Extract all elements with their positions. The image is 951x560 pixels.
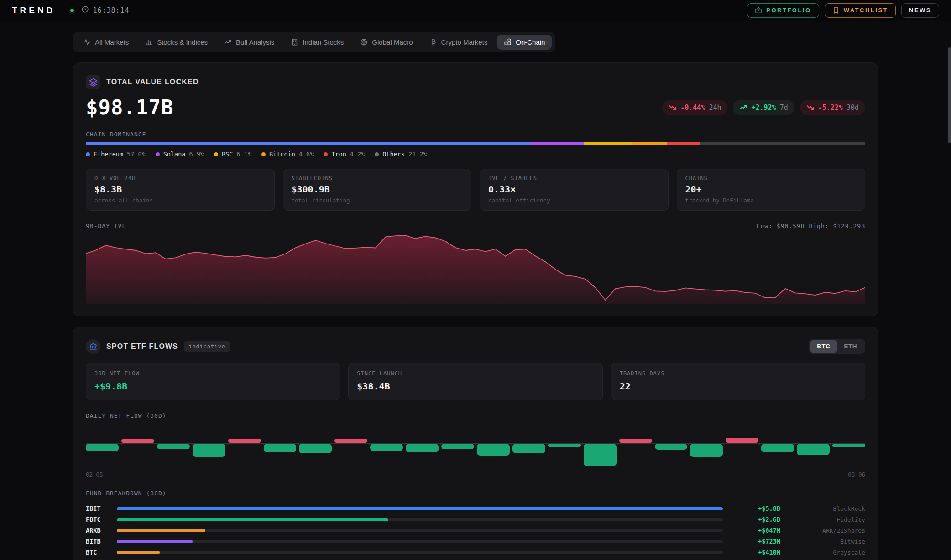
tab-crypto-markets[interactable]: Crypto Markets xyxy=(423,35,495,50)
fund-breakdown-list: IBIT+$5.8BBlackRockFBTC+$2.6BFidelityARK… xyxy=(86,503,865,560)
legend-dot xyxy=(156,152,160,156)
tab-all-markets[interactable]: All Markets xyxy=(76,35,136,50)
inflow-bar xyxy=(193,444,225,457)
tvl-value: $98.17B xyxy=(86,96,173,119)
button-label: WATCHLIST xyxy=(844,7,888,14)
fund-value: +$410M xyxy=(730,549,780,556)
legend-dot xyxy=(375,152,379,156)
fund-bar-track xyxy=(117,540,723,543)
inflow-bar xyxy=(761,444,794,452)
stat-sublabel: across all chains xyxy=(94,197,266,204)
fund-bar-track xyxy=(117,507,723,510)
current-time: 16:38:14 xyxy=(93,6,129,15)
portfolio-button[interactable]: PORTFOLIO xyxy=(747,3,819,18)
divider xyxy=(63,6,63,15)
flow-start-date: 02-05 xyxy=(86,471,103,478)
inflow-bar xyxy=(441,444,474,449)
legend-name: Solana xyxy=(163,150,186,158)
tab-on-chain[interactable]: On-Chain xyxy=(497,35,552,50)
flow-bar-1 xyxy=(86,425,119,467)
bookmark-icon xyxy=(832,7,840,14)
fund-bar-track xyxy=(117,551,723,554)
legend-item-bitcoin: Bitcoin4.6% xyxy=(261,150,314,158)
legend-pct: 57.0% xyxy=(127,150,146,158)
toggle-btc[interactable]: BTC xyxy=(810,340,837,353)
inflow-bar xyxy=(86,444,119,451)
fund-value: +$5.8B xyxy=(730,505,780,512)
stat-card-30d-net-flow: 30D NET FLOW+$9.8B xyxy=(86,363,340,400)
fund-value: +$723M xyxy=(730,538,780,545)
toggle-eth[interactable]: ETH xyxy=(837,340,864,353)
fund-bar-fill xyxy=(117,518,388,521)
legend-item-solana: Solana6.9% xyxy=(156,150,204,158)
tab-label: Indian Stocks xyxy=(303,38,344,46)
fund-row-hodl: HODL+$341MVanEck xyxy=(86,558,865,560)
fund-ticker: FBTC xyxy=(86,516,110,523)
inflow-bar xyxy=(512,444,545,453)
clock-icon xyxy=(81,5,89,15)
stat-value: 0.33× xyxy=(488,184,660,195)
inflow-bar xyxy=(655,444,688,450)
live-status-dot xyxy=(70,9,74,12)
inflow-bar xyxy=(477,444,510,456)
flow-bar-12 xyxy=(477,425,510,467)
legend-item-bsc: BSC6.1% xyxy=(214,150,251,158)
tab-label: Crypto Markets xyxy=(441,38,488,46)
news-button[interactable]: NEWS xyxy=(901,3,939,18)
tvl-title: TOTAL VALUE LOCKED xyxy=(106,78,199,86)
fund-issuer: BlackRock xyxy=(788,505,865,512)
trend-down-icon xyxy=(806,104,815,110)
tab-label: Stocks & Indices xyxy=(157,38,208,46)
change-badge-30d: -5.22%30d xyxy=(800,100,865,115)
asset-toggle: BTCETH xyxy=(809,339,865,354)
inflow-bar xyxy=(690,444,723,457)
flow-bar-13 xyxy=(512,425,545,467)
fund-row-fbtc: FBTC+$2.6BFidelity xyxy=(86,514,865,525)
legend-pct: 6.1% xyxy=(236,150,251,158)
tvl-chart-label: 90-DAY TVL xyxy=(86,223,126,229)
tab-bull-analysis[interactable]: Bull Analysis xyxy=(217,35,281,50)
watchlist-button[interactable]: WATCHLIST xyxy=(825,3,896,18)
chain-dominance-bar xyxy=(86,142,865,145)
stat-label: 30D NET FLOW xyxy=(94,370,331,377)
button-label: NEWS xyxy=(909,7,931,14)
tab-stocks-indices[interactable]: Stocks & Indices xyxy=(138,35,214,50)
fund-issuer: Bitwise xyxy=(788,538,865,545)
badge-period: 7d xyxy=(780,104,788,112)
badge-value: -0.44% xyxy=(680,104,705,112)
tab-global-macro[interactable]: Global Macro xyxy=(353,35,419,50)
indicative-badge: indicative xyxy=(184,341,230,352)
flow-bar-10 xyxy=(406,425,439,467)
tvl-stat-cards: DEX VOL 24H$8.3Bacross all chainsSTABLEC… xyxy=(86,169,865,211)
fund-ticker: IBIT xyxy=(86,505,110,512)
fund-row-ibit: IBIT+$5.8BBlackRock xyxy=(86,503,865,514)
etf-stat-cards: 30D NET FLOW+$9.8BSINCE LAUNCH$38.4BTRAD… xyxy=(86,363,865,400)
stat-sublabel: tracked by DeFiLlama xyxy=(685,197,857,204)
activity-icon xyxy=(83,38,91,46)
fund-row-btc: BTC+$410MGrayscale xyxy=(86,547,865,558)
etf-title: SPOT ETF FLOWS xyxy=(106,342,178,351)
inflow-bar xyxy=(264,444,297,452)
flow-bar-18 xyxy=(690,425,723,467)
tab-label: On-Chain xyxy=(516,38,545,46)
dominance-segment-tron xyxy=(667,142,700,145)
stat-value: $300.9B xyxy=(292,184,463,195)
fund-bar-track xyxy=(117,529,723,532)
inflow-bar xyxy=(406,444,439,452)
legend-name: Ethereum xyxy=(94,150,123,158)
stat-value: $38.4B xyxy=(357,381,594,392)
etf-section: SPOT ETF FLOWS indicative BTCETH 30D NET… xyxy=(73,327,878,560)
top-bar: TREND 16:38:14 PORTFOLIOWATCHLISTNEWS xyxy=(0,0,951,21)
scrollbar-thumb[interactable] xyxy=(948,47,951,143)
tab-indian-stocks[interactable]: Indian Stocks xyxy=(284,35,350,50)
fund-bar-fill xyxy=(117,529,205,532)
legend-dot xyxy=(86,152,90,156)
change-badge-24h: -0.44%24h xyxy=(662,100,727,115)
fund-bar-fill xyxy=(117,551,160,554)
bitcoin-icon xyxy=(429,38,437,46)
flow-bar-20 xyxy=(761,425,794,467)
stat-card-tvl-stables: TVL / STABLES0.33×capital efficiency xyxy=(480,169,669,211)
flow-bar-14 xyxy=(548,425,581,467)
fund-issuer: Fidelity xyxy=(788,516,865,523)
topbar-buttons: PORTFOLIOWATCHLISTNEWS xyxy=(747,3,939,18)
